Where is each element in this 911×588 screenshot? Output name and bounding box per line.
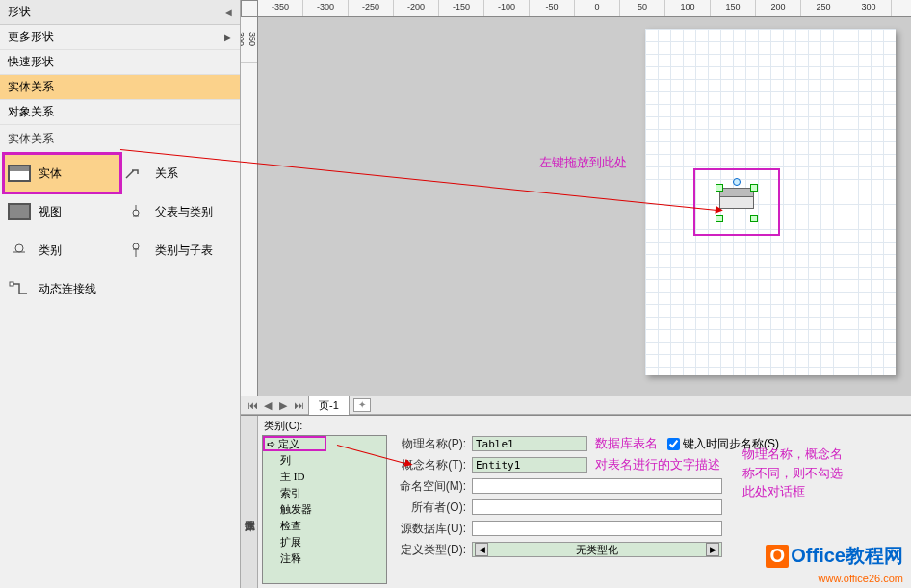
props-panel-vlabel: 数据库属性 [241,416,258,588]
sidebar-item-entity-relation[interactable]: 实体关系 [0,75,240,100]
input-concept-name[interactable] [472,457,587,473]
tab-nav-prev[interactable]: ◀ [260,397,275,413]
logo-o-icon: O [766,545,789,568]
canvas-area[interactable]: -350-300-250-200-150-100-500501001502002… [241,0,911,396]
dropped-entity-shape[interactable] [719,188,754,218]
label-def-type: 定义类型(D): [395,542,472,558]
input-owner[interactable] [472,499,722,515]
sidebar-item-object-relation[interactable]: 对象关系 [0,100,240,125]
tree-item-columns[interactable]: 列 [263,452,386,469]
category-tree[interactable]: ➪ 定义 列 主 ID 索引 触发器 检查 扩展 注释 [262,435,387,584]
relation-icon [124,165,147,182]
view-icon [8,203,31,220]
resize-handle[interactable] [716,215,723,222]
shape-parent-category[interactable]: 父表与类别 [120,192,237,231]
resize-handle[interactable] [750,184,758,192]
shape-category-child[interactable]: 类别与子表 [120,231,237,269]
new-page-tab[interactable]: ✦ [353,398,371,412]
select-prev-icon[interactable]: ◀ [475,543,488,556]
input-source-db[interactable] [472,521,722,536]
parent-category-icon [124,203,147,220]
chevron-right-icon: ▶ [224,32,232,42]
sidebar-title: 形状 [8,4,31,20]
svg-point-5 [133,243,139,249]
entity-icon [8,165,31,182]
sync-checkbox-label: 键入时同步名称(S) [683,436,779,452]
ruler-horizontal: -350-300-250-200-150-100-500501001502002… [258,0,911,17]
tree-item-index[interactable]: 索引 [263,485,386,501]
sidebar-item-quick-shapes[interactable]: 快速形状 [0,50,240,75]
entity-body [719,188,754,209]
tree-selection-highlight [263,436,326,451]
watermark-url: www.office26.com [819,573,903,584]
section-title: 实体关系 [0,125,240,150]
category-child-icon [124,242,147,259]
caret-left-icon[interactable]: ◀ [224,7,232,17]
shape-relation[interactable]: 关系 [120,154,237,192]
page-tabs-bar: ⏮ ◀ ▶ ⏭ 页-1 ✦ [241,396,911,415]
shape-entity[interactable]: 实体 [4,154,120,192]
annotation-table-desc: 对表名进行的文字描述 [595,456,720,473]
label-owner: 所有者(O): [395,499,472,516]
input-namespace[interactable] [472,478,722,494]
category-icon [8,242,31,259]
input-physical-name[interactable] [472,436,587,451]
resize-handle[interactable] [716,184,723,192]
ruler-vertical: 350300250200150100500 [241,17,258,396]
shape-dynamic-connector[interactable]: 动态连接线 [4,269,120,308]
tree-item-check[interactable]: 检查 [263,518,386,534]
tree-item-extended[interactable]: 扩展 [263,534,386,550]
shape-view[interactable]: 视图 [4,192,120,231]
select-next-icon[interactable]: ▶ [706,543,719,556]
label-concept-name: 概念名称(T): [395,457,472,473]
rotate-handle-icon[interactable] [733,178,741,186]
tab-nav-first[interactable]: ⏮ [245,397,260,413]
sync-checkbox[interactable] [667,438,680,450]
sidebar-header[interactable]: 形状 ◀ [0,0,240,25]
shape-category[interactable]: 类别 [4,231,120,269]
sync-checkbox-wrap[interactable]: 键入时同步名称(S) [667,436,779,452]
label-physical-name: 物理名称(P): [395,436,472,452]
select-def-type[interactable]: ◀ 无类型化 ▶ [472,542,722,557]
shapes-sidebar: 形状 ◀ 更多形状 ▶ 快速形状 实体关系 对象关系 实体关系 实体 关系 视图… [0,0,241,588]
annotation-drag-hint: 左键拖放到此处 [539,154,627,171]
shapes-grid: 实体 关系 视图 父表与类别 类别 类别与子表 动态连接线 [0,150,240,312]
page-tab[interactable]: 页-1 [308,396,350,416]
tab-nav-next[interactable]: ▶ [275,397,291,413]
sidebar-item-more-shapes[interactable]: 更多形状 ▶ [0,25,240,50]
watermark-logo: OOffice教程网 [766,543,903,569]
dynamic-connector-icon [8,280,31,297]
annotation-table-name: 数据库表名 [595,435,658,452]
tab-nav-last[interactable]: ⏭ [291,397,306,413]
label-source-db: 源数据库(U): [395,521,472,537]
ruler-corner [241,0,258,17]
tree-item-triggers[interactable]: 触发器 [263,501,386,518]
svg-point-3 [15,244,23,252]
tree-item-notes[interactable]: 注释 [263,550,386,567]
tree-item-primary-id[interactable]: 主 ID [263,469,386,485]
svg-rect-8 [10,282,13,286]
label-namespace: 命名空间(M): [395,478,472,495]
resize-handle[interactable] [750,215,758,222]
category-label: 类别(C): [264,419,302,433]
